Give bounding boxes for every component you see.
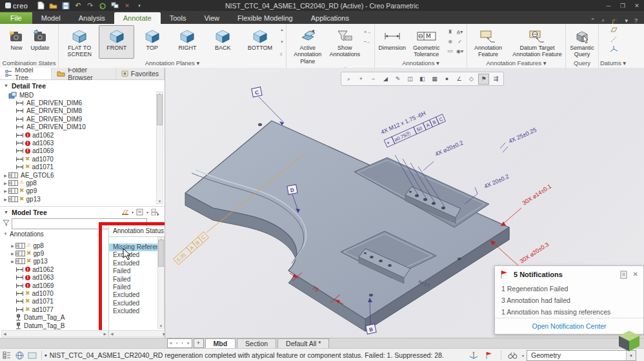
tab-file[interactable]: File (0, 12, 32, 24)
plane-gallery-scroll[interactable]: ▲▼≡ (279, 25, 285, 59)
bottom-annotation-plane-button[interactable]: BOTTOM (241, 25, 279, 59)
datum-csys-icon[interactable] (609, 45, 618, 53)
expand-icon[interactable]: ▶ (10, 243, 15, 248)
right-annotation-plane-button[interactable]: RIGHT (170, 25, 205, 59)
tree-item-ad1069[interactable]: !ad1069 (0, 147, 165, 155)
tree-item-gp8[interactable]: ▶⚠gp8 (0, 179, 165, 187)
expand-icon[interactable]: ▼ (3, 232, 8, 236)
datum-axis-icon[interactable] (609, 35, 618, 43)
tree-columns-dropdown[interactable]: ▾ (146, 210, 148, 214)
status-cell-gp8[interactable]: Missing References (109, 243, 165, 251)
note-icon[interactable]: A̲▾ (456, 28, 464, 36)
annotation-dim-hole[interactable]: 4X ⌀20±0.2 (423, 139, 464, 170)
tree-item-ad1063[interactable]: !ad1063 (0, 139, 165, 147)
filter-dropdown-icon[interactable]: ▾ (155, 222, 157, 226)
zoom-out-icon[interactable]: − (368, 74, 379, 85)
open-icon[interactable] (49, 1, 57, 10)
group-combination-states[interactable]: Combination States ▾ (0, 59, 58, 68)
undo-icon[interactable]: ↶ (74, 1, 82, 10)
datum-display-icon[interactable]: ∠ (454, 74, 465, 85)
expand-icon[interactable]: ▶ (10, 259, 15, 263)
tree-item-ae-driven-dim9[interactable]: AE_DRIVEN_DIM9 (0, 115, 165, 123)
detail-tree-header[interactable]: ▼ Detail Tree (0, 80, 165, 91)
model-tab-section[interactable]: Section (237, 338, 276, 349)
redo-icon[interactable]: ↷ (86, 1, 94, 10)
zoom-in-icon[interactable]: + (356, 74, 367, 85)
learning-center-icon[interactable]: 🎓 (611, 17, 618, 24)
remove-from-plane-icon[interactable]: −← (363, 37, 372, 46)
detail-tree-scrollbar[interactable]: ▲▼ (156, 92, 163, 204)
flat-to-screen-annotation-plane-button[interactable]: FLAT TO SCREEN (60, 25, 99, 59)
status-cell-ad1070[interactable]: Excluded (109, 291, 165, 299)
tree-filters-icon[interactable] (121, 208, 130, 216)
notification-center-flag-icon[interactable] (484, 351, 494, 360)
navigator-toggle-icon[interactable] (1, 351, 12, 360)
expand-icon[interactable]: ▶ (3, 197, 8, 201)
status-cell-ad1071[interactable]: Excluded (109, 300, 165, 307)
appearance-icon[interactable]: ● (441, 74, 452, 85)
status-column-scrollbar[interactable]: ▲▼ (157, 237, 165, 329)
model-tab-mbd[interactable]: Mbd (205, 338, 236, 349)
nav-tab-model-tree[interactable]: Model Tree (0, 68, 52, 79)
surface-finish-icon[interactable]: ✓ (456, 37, 464, 46)
annotation-dim-depth[interactable]: 4X 25±0.25 (500, 127, 538, 152)
nav-tab-favorites[interactable]: Favorites (116, 68, 165, 79)
zoom-region-icon[interactable]: ⌕ (343, 74, 354, 85)
graphics-viewport[interactable]: NIST 4X M12 x 1.75 -6H ⌖ ⌀0.75Ⓟ 50 A B (165, 68, 644, 338)
front-annotation-plane-button[interactable]: FRONT (99, 25, 134, 59)
tree-item-ad1071[interactable]: ✕ad1071 (0, 163, 165, 171)
annotation-status-header[interactable]: Annotation Status (109, 226, 165, 237)
tree-item-ad1070[interactable]: ✕ad1070 (0, 155, 165, 163)
display-style-icon[interactable]: ◫ (405, 74, 416, 85)
status-cell-ad1069[interactable]: Failed (109, 284, 165, 291)
new-combination-state-button[interactable]: New (6, 25, 26, 59)
status-cell-ad1077[interactable]: Excluded (109, 307, 165, 315)
customize-icon[interactable]: ▾ (135, 1, 143, 10)
save-icon[interactable] (61, 1, 70, 10)
new-file-icon[interactable] (37, 1, 45, 10)
annotation-feature-button[interactable]: Annotation Feature (468, 25, 508, 59)
update-combination-state-button[interactable]: Update (28, 25, 51, 59)
tab-annotate[interactable]: Annotate (114, 12, 161, 24)
view-manager-icon[interactable]: ⇶ (490, 74, 501, 85)
add-tab-button[interactable]: + (194, 338, 204, 348)
top-annotation-plane-button[interactable]: TOP (134, 25, 170, 59)
tree-columns-icon[interactable] (136, 208, 145, 216)
datum-tag-c[interactable]: C (252, 87, 284, 125)
expand-icon[interactable]: ▶ (3, 189, 8, 193)
group-annotation-features[interactable]: Annotation Features ▾ (467, 59, 565, 68)
expand-icon[interactable]: ▶ (3, 181, 8, 185)
tree-item-ae-driven-dim6[interactable]: AE_DRIVEN_DIM6 (0, 99, 165, 107)
reference-icon[interactable]: ◉▾ (456, 47, 464, 56)
full-screen-icon[interactable] (27, 351, 37, 360)
status-cell-ad1063[interactable]: Failed (109, 276, 165, 284)
cad-model[interactable]: NIST (185, 121, 509, 331)
notification-item[interactable]: 1 Annotation has missing references (495, 306, 643, 318)
tab-analysis[interactable]: Analysis (70, 12, 114, 24)
tab-view[interactable]: View (195, 12, 228, 24)
saved-views-icon[interactable]: ▦ (429, 74, 440, 85)
web-browser-icon[interactable] (14, 351, 25, 360)
dimension-button[interactable]: Dimension (376, 25, 408, 59)
regenerate-icon[interactable] (98, 1, 106, 10)
filter-funnel-icon[interactable] (3, 220, 10, 228)
tab-applications[interactable]: Applications (302, 12, 358, 24)
active-annotation-plane-button[interactable]: Active Annotation Plane (288, 25, 327, 65)
notification-report-icon[interactable] (620, 271, 628, 279)
move-to-plane-icon[interactable]: +→ (363, 28, 372, 36)
refit-icon[interactable]: ◢ (380, 74, 391, 85)
symbol-icon[interactable]: ⊕ (446, 37, 454, 46)
collapse-detail-tree-icon[interactable]: ▼ (4, 83, 8, 88)
tab-tools[interactable]: Tools (161, 12, 196, 24)
close-window-icon[interactable]: ✕ (123, 1, 131, 10)
datum-target-annotation-feature-button[interactable]: Datum Target Annotation Feature (510, 25, 564, 59)
tree-hscrollbar[interactable]: ◀▶ (1, 330, 108, 337)
search-dropdown-icon[interactable]: ▾ (522, 353, 524, 358)
show-annotations-button[interactable]: Show Annotations (327, 25, 362, 65)
nav-tab-folder-browser[interactable]: Folder Browser (52, 68, 116, 79)
datum-target-icon[interactable]: ♜ (446, 28, 454, 36)
collapse-model-tree-icon[interactable]: ▼ (4, 210, 8, 214)
tree-item-ae-driven-dim8[interactable]: AE_DRIVEN_DIM8 (0, 107, 165, 115)
tree-item-ae-gtol6[interactable]: ▶AE_GTOL6 (0, 171, 165, 179)
restore-button[interactable]: ❐ (616, 3, 630, 9)
